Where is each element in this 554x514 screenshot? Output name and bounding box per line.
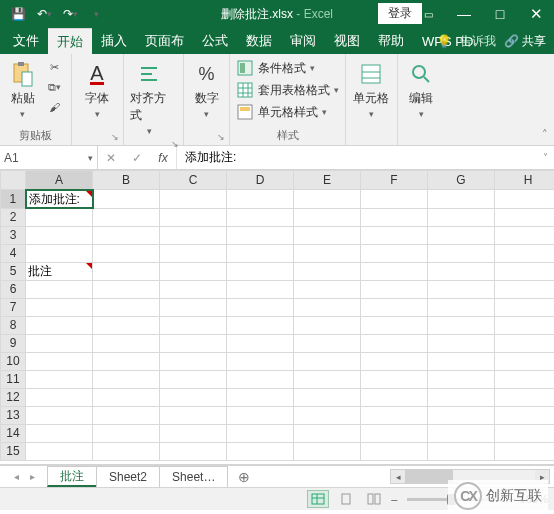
- cell[interactable]: [361, 244, 428, 262]
- cell[interactable]: [93, 442, 160, 460]
- cell[interactable]: [227, 298, 294, 316]
- qat-customize[interactable]: ▾: [84, 3, 108, 25]
- cell[interactable]: [227, 334, 294, 352]
- cell[interactable]: [26, 316, 93, 334]
- ribbon-options-icon[interactable]: ▭: [410, 0, 446, 28]
- save-icon[interactable]: 💾: [6, 3, 30, 25]
- cell[interactable]: [495, 424, 555, 442]
- cell[interactable]: [160, 190, 227, 209]
- undo-button[interactable]: ↶▾: [32, 3, 56, 25]
- maximize-button[interactable]: □: [482, 0, 518, 28]
- col-header[interactable]: D: [227, 171, 294, 190]
- font-button[interactable]: A 字体 ▾: [78, 58, 116, 119]
- cell[interactable]: [93, 388, 160, 406]
- cell[interactable]: [495, 244, 555, 262]
- scroll-left-icon[interactable]: ◂: [391, 470, 405, 483]
- cell[interactable]: [361, 280, 428, 298]
- cell[interactable]: [495, 370, 555, 388]
- cell[interactable]: [93, 208, 160, 226]
- cell[interactable]: [294, 226, 361, 244]
- minimize-button[interactable]: —: [446, 0, 482, 28]
- cell[interactable]: [361, 424, 428, 442]
- launcher-icon[interactable]: ↘: [217, 132, 225, 142]
- cell[interactable]: [227, 316, 294, 334]
- cell[interactable]: [294, 190, 361, 209]
- cell[interactable]: [495, 280, 555, 298]
- col-header[interactable]: H: [495, 171, 555, 190]
- worksheet-grid[interactable]: A B C D E F G H 1 添加批注: 2 3 4 5批注 6 7 8 …: [0, 170, 554, 465]
- cell[interactable]: [361, 388, 428, 406]
- cell[interactable]: [361, 334, 428, 352]
- cell[interactable]: [428, 244, 495, 262]
- cell[interactable]: [428, 316, 495, 334]
- cell[interactable]: [227, 442, 294, 460]
- row-header[interactable]: 5: [1, 262, 26, 280]
- cell[interactable]: [428, 406, 495, 424]
- cell[interactable]: [227, 262, 294, 280]
- cell[interactable]: [160, 352, 227, 370]
- cell-A1[interactable]: 添加批注:: [26, 190, 93, 209]
- sheet-tab-2[interactable]: Sheet2: [96, 466, 160, 487]
- cell[interactable]: [361, 406, 428, 424]
- cell[interactable]: [428, 388, 495, 406]
- cell[interactable]: [495, 406, 555, 424]
- cell[interactable]: [160, 424, 227, 442]
- format-as-table-button[interactable]: 套用表格格式▾: [236, 80, 339, 100]
- cell[interactable]: [495, 334, 555, 352]
- col-header[interactable]: G: [428, 171, 495, 190]
- cut-button[interactable]: ✂: [43, 58, 65, 76]
- format-painter-button[interactable]: 🖌: [43, 98, 65, 116]
- row-header[interactable]: 14: [1, 424, 26, 442]
- cell[interactable]: [495, 262, 555, 280]
- cell[interactable]: [428, 226, 495, 244]
- horizontal-scrollbar[interactable]: ◂ ▸: [390, 469, 550, 484]
- copy-button[interactable]: ⧉▾: [43, 78, 65, 96]
- cell[interactable]: [160, 388, 227, 406]
- collapse-ribbon-icon[interactable]: ˄: [542, 128, 548, 141]
- col-header[interactable]: F: [361, 171, 428, 190]
- col-header[interactable]: C: [160, 171, 227, 190]
- cell[interactable]: [26, 352, 93, 370]
- tab-review[interactable]: 审阅: [281, 28, 325, 54]
- sheet-tab-3[interactable]: Sheet …: [159, 466, 228, 487]
- zoom-thumb[interactable]: [447, 494, 456, 505]
- zoom-slider[interactable]: [407, 498, 497, 501]
- cell[interactable]: [160, 280, 227, 298]
- cell[interactable]: [93, 298, 160, 316]
- cell[interactable]: [428, 190, 495, 209]
- cell[interactable]: [227, 190, 294, 209]
- cell[interactable]: [428, 370, 495, 388]
- cancel-formula-button[interactable]: ✕: [98, 151, 124, 165]
- cell[interactable]: [428, 334, 495, 352]
- cell[interactable]: [227, 352, 294, 370]
- tab-home[interactable]: 开始: [48, 28, 92, 54]
- cell[interactable]: [93, 424, 160, 442]
- cell[interactable]: [227, 244, 294, 262]
- cell[interactable]: [294, 298, 361, 316]
- sheet-tab-1[interactable]: 批注: [47, 466, 97, 487]
- cell[interactable]: [160, 262, 227, 280]
- cell[interactable]: [428, 352, 495, 370]
- row-header[interactable]: 9: [1, 334, 26, 352]
- cell[interactable]: [227, 208, 294, 226]
- cell[interactable]: [26, 406, 93, 424]
- row-header[interactable]: 2: [1, 208, 26, 226]
- zoom-level[interactable]: 100%: [520, 493, 548, 505]
- cell[interactable]: [227, 388, 294, 406]
- cell[interactable]: [361, 298, 428, 316]
- cell[interactable]: [26, 244, 93, 262]
- cell[interactable]: [294, 244, 361, 262]
- cell[interactable]: [93, 262, 160, 280]
- cell[interactable]: [160, 334, 227, 352]
- cell[interactable]: [160, 208, 227, 226]
- cell[interactable]: [495, 298, 555, 316]
- row-header[interactable]: 3: [1, 226, 26, 244]
- cell[interactable]: [93, 244, 160, 262]
- cell[interactable]: [294, 370, 361, 388]
- lightbulb-icon[interactable]: 💡: [436, 34, 452, 49]
- cell[interactable]: [495, 316, 555, 334]
- alignment-button[interactable]: 对齐方式 ▾: [130, 58, 168, 136]
- number-button[interactable]: % 数字 ▾: [190, 58, 223, 119]
- cell[interactable]: [294, 388, 361, 406]
- row-header[interactable]: 4: [1, 244, 26, 262]
